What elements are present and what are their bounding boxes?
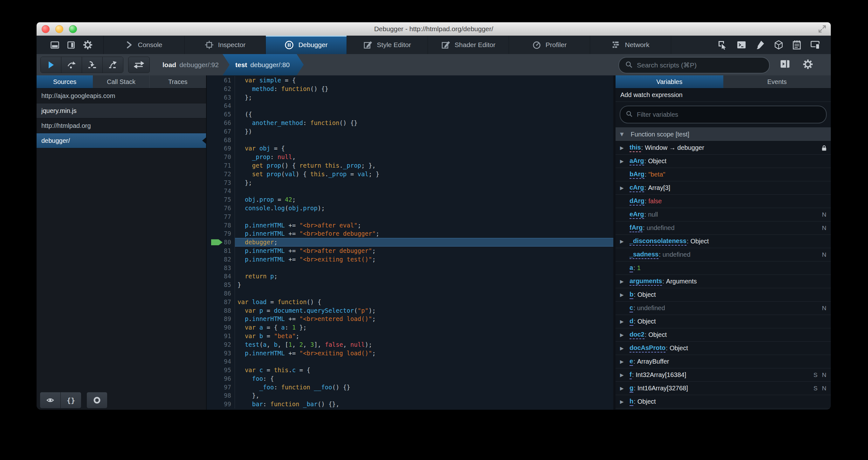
resume-button[interactable] xyxy=(41,57,61,73)
tab-console[interactable]: Console xyxy=(104,36,185,54)
line-number[interactable]: 86 xyxy=(207,289,235,298)
tab-debugger[interactable]: Debugger xyxy=(266,36,347,54)
responsive-mode-icon[interactable] xyxy=(810,40,820,50)
variable-row-this[interactable]: ▶this:Window → debugger xyxy=(616,141,831,154)
line-number[interactable]: 93 xyxy=(207,349,235,357)
stack-frame-load[interactable]: loaddebugger/:92 xyxy=(160,54,221,76)
variable-row-docasproto[interactable]: ▶docAsProto:Object xyxy=(616,342,831,355)
chevron-right-icon[interactable]: ▶ xyxy=(620,185,629,191)
line-number[interactable]: 67 xyxy=(207,127,235,136)
tab-sources[interactable]: Sources xyxy=(37,76,93,88)
line-number[interactable]: 64 xyxy=(207,102,235,110)
line-number[interactable]: 87 xyxy=(207,298,235,306)
chevron-right-icon[interactable]: ▶ xyxy=(620,292,629,298)
variable-row-b[interactable]: ▶b:Object xyxy=(616,288,831,301)
chevron-right-icon[interactable]: ▶ xyxy=(620,279,629,284)
step-out-button[interactable] xyxy=(103,57,123,73)
variable-row-aarg[interactable]: ▶aArg:Object xyxy=(616,154,831,168)
line-number[interactable]: 96 xyxy=(207,374,235,383)
tab-variables[interactable]: Variables xyxy=(616,76,723,88)
variable-row--disconsolateness[interactable]: ▶_disconsolateness:Object xyxy=(616,235,831,248)
options-gear-icon[interactable] xyxy=(83,40,93,50)
tab-profiler[interactable]: Profiler xyxy=(509,36,590,54)
variable-row-e[interactable]: ▶e:ArrayBuffer xyxy=(616,355,831,368)
line-number[interactable]: 91 xyxy=(207,332,235,340)
line-number[interactable]: 88 xyxy=(207,306,235,315)
source-http-htmlpad-org[interactable]: http://htmlpad.org xyxy=(37,118,206,133)
line-number[interactable]: 79 xyxy=(207,229,235,238)
variable-row-h[interactable]: ▶h:Object xyxy=(616,395,831,408)
step-in-button[interactable] xyxy=(82,57,103,73)
line-number[interactable]: 82 xyxy=(207,255,235,264)
chevron-right-icon[interactable]: ▶ xyxy=(620,372,629,378)
line-number[interactable]: 95 xyxy=(207,366,235,374)
line-number[interactable]: 76 xyxy=(207,204,235,212)
line-number[interactable]: 66 xyxy=(207,119,235,127)
panel-toggle-button[interactable] xyxy=(780,59,790,69)
line-number[interactable]: 89 xyxy=(207,315,235,323)
variable-row-carg[interactable]: ▶cArg:Array[3] xyxy=(616,181,831,195)
chevron-right-icon[interactable]: ▶ xyxy=(620,238,629,244)
line-number[interactable]: 65 xyxy=(207,110,235,119)
chevron-right-icon[interactable]: ▶ xyxy=(620,332,629,338)
variable-row-barg[interactable]: bArg:"beta" xyxy=(616,168,831,181)
variable-row-a[interactable]: a:1 xyxy=(616,261,831,275)
line-number[interactable]: 83 xyxy=(207,264,235,272)
variable-row-darg[interactable]: dArg:false xyxy=(616,195,831,208)
line-number[interactable]: 69 xyxy=(207,144,235,153)
tilt-3d-icon[interactable] xyxy=(774,40,783,50)
chevron-right-icon[interactable]: ▶ xyxy=(620,385,629,391)
line-number[interactable]: 63 xyxy=(207,93,235,102)
add-watch-expression[interactable]: Add watch expression xyxy=(616,88,831,102)
filter-variables-input[interactable] xyxy=(636,111,821,119)
line-number[interactable]: 94 xyxy=(207,357,235,366)
chevron-right-icon[interactable]: ▶ xyxy=(620,159,629,164)
search-scripts-input[interactable] xyxy=(636,61,764,69)
tab-inspector[interactable]: Inspector xyxy=(185,36,266,54)
chevron-right-icon[interactable]: ▶ xyxy=(620,319,629,324)
source-jquery-min-js[interactable]: jquery.min.js xyxy=(37,104,206,118)
variable-row-f[interactable]: ▶f:Int32Array[16384]SN xyxy=(616,368,831,382)
line-number[interactable]: 84 xyxy=(207,272,235,281)
debugger-options-gear-icon[interactable] xyxy=(803,59,813,69)
line-number[interactable]: 74 xyxy=(207,187,235,195)
tab-events[interactable]: Events xyxy=(723,76,831,88)
step-over-button[interactable] xyxy=(61,57,82,73)
stack-frame-test[interactable]: testdebugger/:80 xyxy=(223,54,304,76)
paintbrush-icon[interactable] xyxy=(756,40,765,50)
line-number[interactable]: 77 xyxy=(207,212,235,221)
scope-header[interactable]: ▼ Function scope [test] xyxy=(616,127,831,141)
variable-row-earg[interactable]: eArg:nullN xyxy=(616,208,831,222)
blackbox-button[interactable] xyxy=(40,392,61,408)
tab-shader-editor[interactable]: Shader Editor xyxy=(428,36,509,54)
line-number[interactable]: 85 xyxy=(207,281,235,289)
variable-row-arguments[interactable]: ▶arguments:Arguments xyxy=(616,275,831,288)
line-number[interactable]: 71 xyxy=(207,161,235,170)
line-number[interactable]: 62 xyxy=(207,85,235,93)
tab-traces[interactable]: Traces xyxy=(150,76,206,88)
toggle-panes-button[interactable] xyxy=(128,57,150,73)
dock-side-icon[interactable] xyxy=(67,41,75,49)
variable-row-c[interactable]: c:undefinedN xyxy=(616,301,831,315)
variable-row-g[interactable]: ▶g:Int16Array[32768]SN xyxy=(616,382,831,395)
source-debugger-[interactable]: debugger/ xyxy=(37,133,206,148)
tab-network[interactable]: Network xyxy=(590,36,671,54)
split-console-icon[interactable] xyxy=(737,40,746,49)
line-number[interactable]: 70 xyxy=(207,153,235,161)
variable-row-doc2[interactable]: ▶doc2:Object xyxy=(616,328,831,342)
dock-bottom-icon[interactable] xyxy=(51,41,59,49)
chevron-right-icon[interactable]: ▶ xyxy=(620,345,629,351)
line-number[interactable]: 92 xyxy=(207,340,235,349)
line-number[interactable]: 81 xyxy=(207,247,235,255)
variable-row-d[interactable]: ▶d:Object xyxy=(616,315,831,328)
line-number[interactable]: 78 xyxy=(207,221,235,230)
line-number[interactable]: 61 xyxy=(207,76,235,85)
pick-element-icon[interactable] xyxy=(718,40,727,50)
variable-row-farg[interactable]: fArg:undefinedN xyxy=(616,222,831,235)
line-number[interactable]: 75 xyxy=(207,195,235,204)
line-number[interactable]: 90 xyxy=(207,323,235,332)
tab-style-editor[interactable]: Style Editor xyxy=(347,36,428,54)
source-http-ajax-googleapis-com[interactable]: http://ajax.googleapis.com xyxy=(37,88,206,104)
line-number[interactable]: 99 xyxy=(207,400,235,408)
line-number[interactable]: 97 xyxy=(207,383,235,392)
